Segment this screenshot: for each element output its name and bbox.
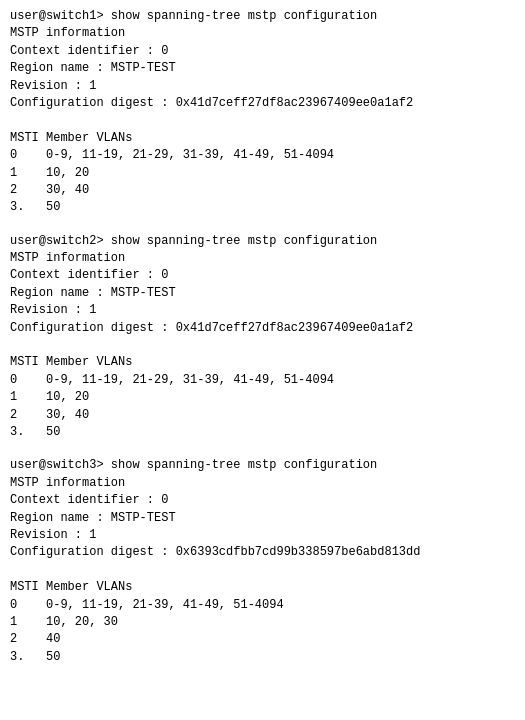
- terminal-line: Configuration digest : 0x6393cdfbb7cd99b…: [10, 544, 515, 561]
- blank-line: [10, 337, 515, 354]
- terminal-line: Configuration digest : 0x41d7ceff27df8ac…: [10, 95, 515, 112]
- terminal-line: Configuration digest : 0x41d7ceff27df8ac…: [10, 320, 515, 337]
- terminal-line: Revision : 1: [10, 78, 515, 95]
- terminal-line: Region name : MSTP-TEST: [10, 510, 515, 527]
- terminal-line: MSTP information: [10, 250, 515, 267]
- terminal-line: Revision : 1: [10, 302, 515, 319]
- terminal-line: Region name : MSTP-TEST: [10, 285, 515, 302]
- terminal-output: user@switch1> show spanning-tree mstp co…: [10, 8, 515, 666]
- terminal-line: 1 10, 20: [10, 165, 515, 182]
- terminal-line: MSTP information: [10, 475, 515, 492]
- terminal-line: 1 10, 20: [10, 389, 515, 406]
- terminal-line: 3. 50: [10, 199, 515, 216]
- terminal-line: 0 0-9, 11-19, 21-29, 31-39, 41-49, 51-40…: [10, 372, 515, 389]
- terminal-line: 1 10, 20, 30: [10, 614, 515, 631]
- terminal-line: user@switch2> show spanning-tree mstp co…: [10, 233, 515, 250]
- terminal-line: MSTI Member VLANs: [10, 354, 515, 371]
- terminal-line: 0 0-9, 11-19, 21-29, 31-39, 41-49, 51-40…: [10, 147, 515, 164]
- terminal-line: 2 40: [10, 631, 515, 648]
- terminal-line: MSTP information: [10, 25, 515, 42]
- blank-line: [10, 112, 515, 129]
- blank-line: [10, 562, 515, 579]
- terminal-line: MSTI Member VLANs: [10, 130, 515, 147]
- terminal-line: Context identifier : 0: [10, 43, 515, 60]
- terminal-line: user@switch3> show spanning-tree mstp co…: [10, 457, 515, 474]
- switch-block-switch1: user@switch1> show spanning-tree mstp co…: [10, 8, 515, 217]
- terminal-line: Region name : MSTP-TEST: [10, 60, 515, 77]
- switch-block-switch3: user@switch3> show spanning-tree mstp co…: [10, 457, 515, 666]
- terminal-line: 0 0-9, 11-19, 21-39, 41-49, 51-4094: [10, 597, 515, 614]
- terminal-line: Revision : 1: [10, 527, 515, 544]
- terminal-line: Context identifier : 0: [10, 492, 515, 509]
- terminal-line: 3. 50: [10, 424, 515, 441]
- terminal-line: user@switch1> show spanning-tree mstp co…: [10, 8, 515, 25]
- terminal-line: Context identifier : 0: [10, 267, 515, 284]
- terminal-line: MSTI Member VLANs: [10, 579, 515, 596]
- terminal-line: 2 30, 40: [10, 407, 515, 424]
- switch-block-switch2: user@switch2> show spanning-tree mstp co…: [10, 233, 515, 442]
- terminal-line: 3. 50: [10, 649, 515, 666]
- terminal-line: 2 30, 40: [10, 182, 515, 199]
